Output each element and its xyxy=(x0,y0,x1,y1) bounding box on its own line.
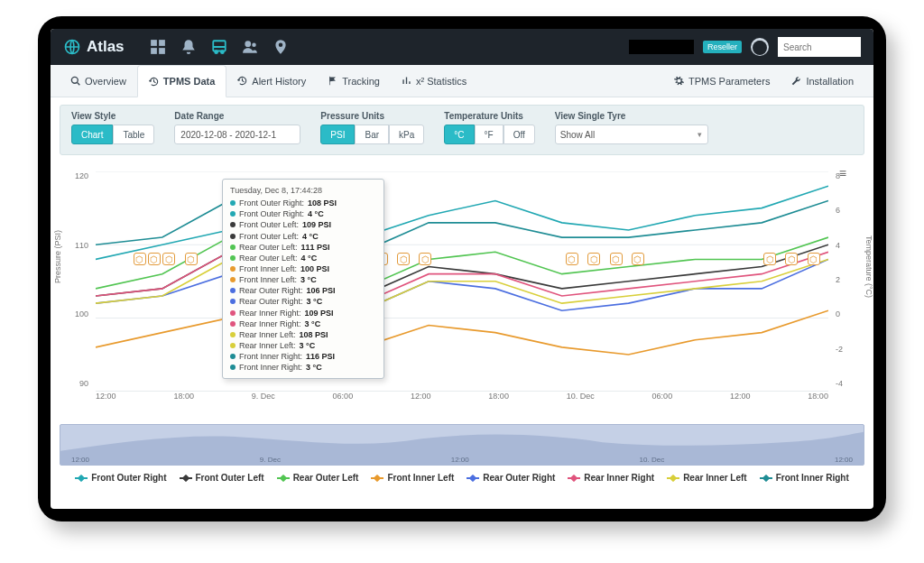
y-left-ticks: 12011010090 xyxy=(60,171,92,388)
search-input[interactable] xyxy=(778,37,861,57)
legend-item[interactable]: Rear Inner Left xyxy=(667,473,747,483)
dashboard-icon[interactable] xyxy=(150,39,166,55)
svg-rect-5 xyxy=(213,41,226,51)
brand-logo-icon xyxy=(63,38,81,56)
alert-marker[interactable]: ⬡ xyxy=(587,253,600,265)
alert-marker[interactable]: ⬡ xyxy=(763,253,776,265)
chart-plot[interactable] xyxy=(96,171,828,392)
bg-press-bar[interactable]: Bar xyxy=(355,125,389,144)
nav-right: Reseller xyxy=(629,37,873,57)
device-frame: Atlas Reseller OverviewTPMS DataAlert Hi… xyxy=(38,16,886,521)
x-axis-ticks: 12:0018:009. Dec06:0012:0018:0010. Dec06… xyxy=(96,392,828,401)
bg-view-chart[interactable]: Chart xyxy=(71,125,113,144)
filters: View Style ChartTable Date Range Pressur… xyxy=(60,105,864,155)
alert-marker[interactable]: ⬡ xyxy=(148,253,161,265)
tab-x-statistics[interactable]: x² Statistics xyxy=(391,65,477,97)
tabs-bar: OverviewTPMS DataAlert HistoryTrackingx²… xyxy=(51,65,873,97)
bg-view-table[interactable]: Table xyxy=(113,125,154,144)
legend-item[interactable]: Rear Inner Right xyxy=(568,473,654,483)
alert-marker[interactable]: ⬡ xyxy=(610,253,623,265)
temp-units-label: Temperature Units xyxy=(444,111,535,121)
chart-menu-icon[interactable]: ≡ xyxy=(839,166,846,180)
tooltip-row: Rear Inner Right: 109 PSI xyxy=(230,308,376,318)
brand-title: Atlas xyxy=(87,38,125,56)
svg-rect-1 xyxy=(151,40,157,46)
tooltip-row: Rear Outer Left: 4 °C xyxy=(230,253,376,263)
bus-icon[interactable] xyxy=(211,39,227,55)
alert-marker[interactable]: ⬡ xyxy=(785,253,798,265)
svg-point-9 xyxy=(252,43,256,48)
y-right-label: Temperature (°C) xyxy=(864,235,873,298)
alert-marker[interactable]: ⬡ xyxy=(134,253,146,265)
view-style-label: View Style xyxy=(71,111,154,121)
bg-temp-°f[interactable]: °F xyxy=(475,125,504,144)
tooltip-row: Rear Outer Left: 111 PSI xyxy=(230,242,376,253)
tooltip-row: Front Outer Left: 4 °C xyxy=(230,231,376,242)
search-box[interactable] xyxy=(778,37,861,57)
date-range-group: Date Range xyxy=(174,111,300,149)
legend-item[interactable]: Rear Outer Left xyxy=(277,473,359,483)
pin-icon[interactable] xyxy=(273,39,289,55)
legend-item[interactable]: Rear Outer Right xyxy=(467,473,555,483)
legend-item[interactable]: Front Outer Left xyxy=(180,473,264,483)
navigator-ticks: 12:009. Dec12:0010. Dec12:00 xyxy=(71,456,853,464)
svg-point-8 xyxy=(245,41,251,47)
account-icon[interactable] xyxy=(751,38,769,56)
legend-item[interactable]: Front Inner Left xyxy=(371,473,454,483)
chart: Pressure (PSI) Temperature (°C) 12011010… xyxy=(60,162,864,424)
alert-marker[interactable]: ⬡ xyxy=(162,253,175,265)
bg-temp-°c[interactable]: °C xyxy=(444,125,474,144)
tab-tpms-data[interactable]: TPMS Data xyxy=(137,65,226,97)
alert-marker[interactable]: ⬡ xyxy=(397,253,410,265)
tooltip-row: Front Inner Right: 116 PSI xyxy=(230,351,376,362)
svg-point-10 xyxy=(71,77,78,83)
tooltip-row: Rear Inner Left: 3 °C xyxy=(230,340,376,351)
chart-legend: Front Outer RightFront Outer LeftRear Ou… xyxy=(60,473,864,483)
alert-marker[interactable]: ⬡ xyxy=(632,253,644,265)
bg-press-psi[interactable]: PSI xyxy=(320,125,355,144)
svg-point-6 xyxy=(215,51,217,53)
bg-temp-off[interactable]: Off xyxy=(504,125,535,144)
bell-icon[interactable] xyxy=(180,39,197,55)
y-right-ticks: 86420-2-4 xyxy=(832,171,864,388)
bg-press-kpa[interactable]: kPa xyxy=(389,125,424,144)
tooltip-heading: Tuesday, Dec 8, 17:44:28 xyxy=(230,185,376,196)
svg-rect-3 xyxy=(151,48,157,54)
alert-marker[interactable]: ⬡ xyxy=(808,253,820,265)
single-tyre-group: View Single Tyre Show All xyxy=(555,111,708,149)
alert-marker[interactable]: ⬡ xyxy=(419,253,431,265)
tab-alert-history[interactable]: Alert History xyxy=(226,65,317,97)
tooltip-row: Front Outer Left: 109 PSI xyxy=(230,219,376,230)
tooltip-row: Rear Inner Left: 108 PSI xyxy=(230,329,376,340)
legend-item[interactable]: Front Inner Right xyxy=(760,473,849,483)
tab-tracking[interactable]: Tracking xyxy=(317,65,391,97)
chart-navigator[interactable]: 12:009. Dec12:0010. Dec12:00 xyxy=(60,424,864,466)
legend-item[interactable]: Front Outer Right xyxy=(75,473,166,483)
alert-marker[interactable]: ⬡ xyxy=(566,253,578,265)
single-tyre-label: View Single Tyre xyxy=(555,111,708,121)
temp-units-group: Temperature Units °C°FOff xyxy=(444,111,535,149)
tab-installation[interactable]: Installation xyxy=(781,65,864,97)
reseller-badge: Reseller xyxy=(703,41,742,53)
tooltip-row: Rear Outer Right: 106 PSI xyxy=(230,285,376,296)
date-range-input[interactable] xyxy=(174,125,300,144)
tooltip-row: Front Outer Right: 4 °C xyxy=(230,208,376,219)
svg-point-7 xyxy=(220,51,223,53)
alert-marker[interactable]: ⬡ xyxy=(185,253,198,265)
tab-tpms-parameters[interactable]: TPMS Parameters xyxy=(663,65,781,97)
tooltip-row: Front Inner Left: 3 °C xyxy=(230,274,376,285)
svg-rect-2 xyxy=(159,40,165,46)
single-tyre-value: Show All xyxy=(560,130,595,140)
single-tyre-select[interactable]: Show All xyxy=(555,125,708,144)
users-icon[interactable] xyxy=(242,39,258,55)
date-range-label: Date Range xyxy=(174,111,300,121)
tooltip-row: Front Outer Right: 108 PSI xyxy=(230,198,376,208)
tab-overview[interactable]: Overview xyxy=(60,65,137,97)
tooltip-row: Front Inner Right: 3 °C xyxy=(230,362,376,373)
pressure-units-group: Pressure Units PSIBarkPa xyxy=(320,111,424,149)
brand[interactable]: Atlas xyxy=(51,38,137,56)
screen: Atlas Reseller OverviewTPMS DataAlert Hi… xyxy=(51,29,873,509)
tooltip-row: Rear Outer Right: 3 °C xyxy=(230,296,376,307)
nav-icons xyxy=(150,39,289,55)
svg-rect-4 xyxy=(159,48,165,54)
